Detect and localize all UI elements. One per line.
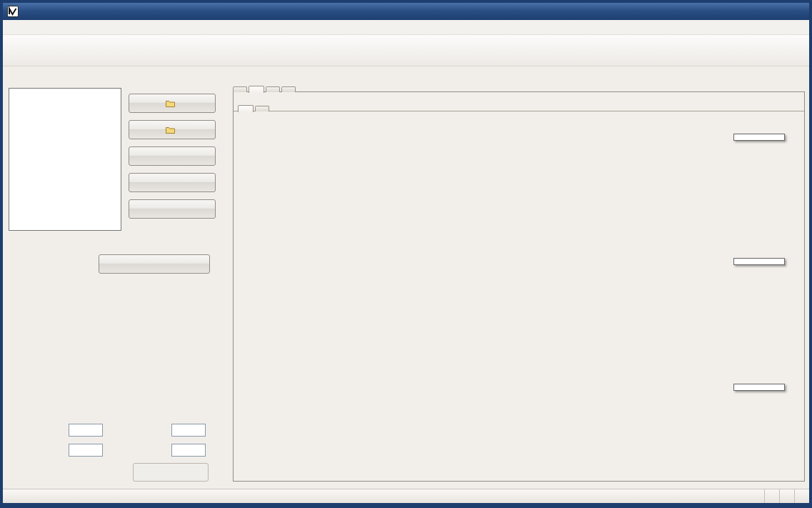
- tab-original-accelerograms[interactable]: [238, 105, 254, 112]
- matching-field-row: [3, 444, 230, 457]
- status-velocity-units: [779, 489, 794, 503]
- remove-selected-button[interactable]: [129, 199, 216, 219]
- displacement-chart-canvas: [239, 372, 722, 479]
- main-tab-bar: [233, 76, 297, 92]
- velocity-legend: [733, 258, 785, 265]
- tab-mean-matched-spectrum[interactable]: [281, 86, 296, 92]
- folder-icon: [166, 126, 175, 134]
- menu-file[interactable]: [6, 26, 19, 29]
- menu-tools[interactable]: [44, 26, 57, 29]
- velocity-chart-canvas: [239, 246, 722, 354]
- max-period-input[interactable]: [69, 444, 103, 457]
- acceleration-chart-canvas: [239, 125, 722, 232]
- menu-view[interactable]: [31, 26, 44, 29]
- sub-tab-separator: [234, 111, 804, 111]
- tab-time-series[interactable]: [249, 86, 264, 93]
- target-spectrum-canvas: [9, 281, 221, 387]
- menu-bar: [3, 20, 809, 35]
- acceleration-legend: [733, 134, 785, 141]
- open-single-button[interactable]: [129, 94, 216, 113]
- right-panel: [230, 66, 809, 489]
- left-panel: [3, 66, 230, 489]
- folder-icon: [166, 99, 175, 107]
- status-displacement-units: [794, 489, 809, 503]
- app-icon: [7, 6, 19, 17]
- time-series-panel: [233, 91, 805, 482]
- step1-buttons: [129, 94, 216, 219]
- define-target-spectrum-button[interactable]: [99, 254, 210, 274]
- main-area: [3, 66, 809, 489]
- scale-factor-input[interactable]: [171, 424, 206, 437]
- tab-response-spectra[interactable]: [266, 86, 280, 92]
- select-all-button[interactable]: [129, 146, 216, 166]
- do-matching-button[interactable]: [133, 463, 209, 482]
- tab-table[interactable]: [255, 106, 269, 111]
- status-bar: [3, 489, 809, 503]
- tab-input-output-accs[interactable]: [233, 86, 247, 92]
- app-window: [0, 0, 812, 508]
- toolbar: [3, 35, 809, 66]
- displacement-legend: [733, 384, 785, 391]
- open-multiple-button[interactable]: [129, 120, 216, 139]
- menu-help[interactable]: [57, 26, 70, 29]
- title-bar[interactable]: [3, 3, 809, 20]
- refresh-button[interactable]: [129, 173, 216, 192]
- matching-field-row: [3, 424, 230, 437]
- menu-edit[interactable]: [19, 26, 31, 29]
- sub-tab-bar: [238, 96, 271, 111]
- file-list[interactable]: [9, 88, 121, 231]
- tolerance-input[interactable]: [171, 444, 206, 457]
- status-acceleration-units: [764, 489, 779, 503]
- min-period-input[interactable]: [69, 424, 103, 437]
